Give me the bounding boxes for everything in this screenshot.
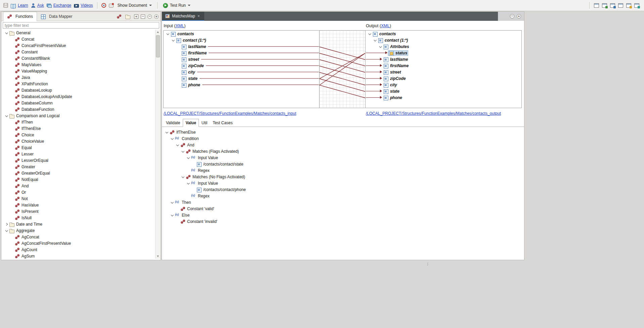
- expander-icon[interactable]: [378, 76, 383, 81]
- palette-icon[interactable]: [626, 3, 631, 8]
- view-tab[interactable]: Data Mapper: [37, 12, 76, 21]
- maximize-view-button[interactable]: [154, 14, 159, 19]
- functions-scrollbar[interactable]: [155, 30, 160, 259]
- output-tree-item[interactable]: status: [366, 50, 521, 56]
- value-tree-item[interactable]: And: [163, 142, 523, 148]
- input-tree-item[interactable]: street: [164, 56, 319, 62]
- tree-item[interactable]: AgCount: [2, 246, 155, 253]
- output-tree-item[interactable]: contacts: [366, 31, 521, 37]
- value-tree-item[interactable]: Input Value: [163, 154, 523, 161]
- expander-icon[interactable]: [180, 149, 185, 154]
- expander-icon[interactable]: [9, 62, 14, 67]
- tree-item[interactable]: Lesser: [2, 151, 155, 157]
- value-tree-item[interactable]: Input Value: [163, 180, 523, 186]
- tree-item[interactable]: ChoiceValue: [2, 138, 155, 144]
- expander-icon[interactable]: [9, 94, 14, 99]
- tree-item[interactable]: And: [2, 183, 155, 189]
- bottom-tab[interactable]: Test Cases: [210, 119, 235, 127]
- expander-icon[interactable]: [9, 81, 14, 87]
- tree-item[interactable]: GreaterOrEqual: [2, 170, 155, 176]
- tree-item[interactable]: DatabaseLookupAndUpdate: [2, 93, 155, 100]
- output-structure-link[interactable]: /LOCAL_PROJECT/Structures/FunctionExampl…: [366, 111, 501, 116]
- expander-icon[interactable]: [176, 76, 181, 81]
- input-tree-item[interactable]: lastName: [164, 43, 319, 50]
- tree-item[interactable]: Equal: [2, 144, 155, 151]
- tree-item[interactable]: ValueMapping: [2, 68, 155, 74]
- expander-icon[interactable]: [9, 68, 14, 74]
- tree-item[interactable]: Or: [2, 189, 155, 195]
- save-icon[interactable]: [3, 3, 8, 8]
- value-tree-item[interactable]: /contacts/contact/state: [163, 161, 523, 167]
- expander-icon[interactable]: [176, 82, 181, 88]
- tree-item[interactable]: IfThenElse: [2, 125, 155, 132]
- expander-icon[interactable]: [176, 57, 181, 62]
- tree-item[interactable]: ConstantIfBlank: [2, 55, 155, 61]
- expander-icon[interactable]: [4, 228, 9, 233]
- expander-icon[interactable]: [9, 209, 14, 214]
- expand-all-button[interactable]: [134, 14, 138, 19]
- value-tree-item[interactable]: Then: [163, 199, 523, 205]
- expander-icon[interactable]: [9, 190, 14, 195]
- output-tree-item[interactable]: state: [366, 88, 521, 94]
- scrollbar-thumb[interactable]: [156, 35, 160, 57]
- tree-item[interactable]: Java: [2, 74, 155, 81]
- expander-icon[interactable]: [378, 82, 383, 88]
- view-tab[interactable]: Functions: [3, 12, 37, 21]
- input-tree-item[interactable]: city: [164, 69, 319, 75]
- output-xml-link[interactable]: XML: [381, 24, 390, 28]
- expander-icon[interactable]: [169, 213, 175, 218]
- expander-icon[interactable]: [175, 219, 180, 224]
- output-tree-item[interactable]: street: [366, 69, 521, 75]
- expander-icon[interactable]: [169, 136, 175, 141]
- tree-item[interactable]: IfThen: [2, 119, 155, 125]
- minimize-editor-button[interactable]: [510, 14, 514, 18]
- expander-icon[interactable]: [9, 177, 14, 182]
- expander-icon[interactable]: [9, 49, 14, 55]
- value-tree-item[interactable]: Regex: [163, 167, 523, 174]
- input-tree-item[interactable]: contact (1:*): [164, 37, 319, 43]
- expander-icon[interactable]: [367, 31, 372, 37]
- tree-item[interactable]: IsPresent: [2, 208, 155, 215]
- input-tree-item[interactable]: zipCode: [164, 62, 319, 69]
- views-icon[interactable]: [618, 3, 623, 8]
- expander-icon[interactable]: [9, 100, 14, 106]
- input-xml-link[interactable]: XML: [175, 24, 184, 28]
- expander-icon[interactable]: [9, 215, 14, 221]
- output-tree-item[interactable]: city: [366, 82, 521, 88]
- expander-icon[interactable]: [378, 57, 383, 62]
- tree-item[interactable]: General: [2, 30, 155, 36]
- tree-item[interactable]: IsNull: [2, 215, 155, 221]
- expander-icon[interactable]: [372, 38, 378, 43]
- tree-item[interactable]: DatabaseFunction: [2, 106, 155, 112]
- tree-item[interactable]: HasValue: [2, 202, 155, 208]
- filter-input[interactable]: [3, 22, 159, 29]
- community-icon[interactable]: [101, 3, 106, 8]
- bottom-tab[interactable]: Validate: [163, 119, 183, 127]
- input-tree-item[interactable]: firstName: [164, 50, 319, 56]
- expander-icon[interactable]: [9, 196, 14, 201]
- tree-item[interactable]: AgConcatFirstPresentValue: [2, 240, 155, 246]
- tree-item[interactable]: ConcatFirstPresentValue: [2, 42, 155, 49]
- workspace-icon[interactable]: [594, 3, 599, 8]
- expander-icon[interactable]: [191, 187, 196, 192]
- bottom-tab[interactable]: Util: [199, 119, 210, 127]
- expander-icon[interactable]: [170, 38, 176, 43]
- output-tree-item[interactable]: lastName: [366, 56, 521, 62]
- tree-item[interactable]: Aggregate: [2, 227, 155, 234]
- value-tree-item[interactable]: Matches (No Flags Activated): [163, 174, 523, 180]
- videos-link[interactable]: Videos: [74, 3, 93, 8]
- expander-icon[interactable]: [185, 168, 191, 173]
- expander-icon[interactable]: [175, 206, 180, 212]
- expander-icon[interactable]: [164, 130, 169, 135]
- expander-icon[interactable]: [9, 120, 14, 125]
- expander-icon[interactable]: [9, 247, 14, 252]
- output-tree-item[interactable]: contact (1:*): [366, 37, 521, 43]
- output-tree-item[interactable]: phone: [366, 94, 521, 101]
- test-run-dropdown[interactable]: Test Run: [162, 2, 192, 9]
- tree-item[interactable]: AgSum: [2, 253, 155, 259]
- expander-icon[interactable]: [9, 202, 14, 208]
- perspective-icon[interactable]: [634, 3, 639, 8]
- tree-item[interactable]: Constant: [2, 49, 155, 55]
- new-window-icon[interactable]: [602, 3, 607, 8]
- expander-icon[interactable]: [4, 30, 9, 36]
